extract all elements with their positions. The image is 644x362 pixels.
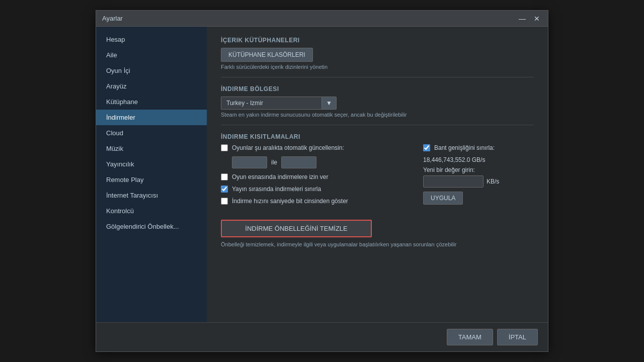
cb-auto-update[interactable] <box>221 144 228 151</box>
time-from-input[interactable] <box>232 156 267 168</box>
dialog-title: Ayarlar <box>102 15 123 22</box>
sidebar-item-cloud[interactable]: Cloud <box>96 125 207 141</box>
footer: TAMAM İPTAL <box>96 322 548 351</box>
cb-show-speed-bits-label: İndirme hızını saniyede bit cinsinden gö… <box>232 198 348 205</box>
cb-allow-during-game-label: Oyun esnasında indirmelere izin ver <box>232 173 328 180</box>
cb-row-limit-broadcast: Yayın sırasında indirmeleri sınırla <box>221 186 403 193</box>
region-select[interactable]: Turkey - Izmir <box>221 97 321 110</box>
cb-limit-broadcast[interactable] <box>221 186 228 193</box>
desc-clear-cache: Önbelleği temizlemek, indirmeyle ilgili … <box>221 241 523 247</box>
new-value-label: Yeni bir değer girin: <box>423 166 534 173</box>
kbs-label: KB/s <box>487 178 499 185</box>
time-to-input[interactable] <box>281 156 316 168</box>
cb-bandwidth-label: Bant genişliğini sınırla: <box>434 144 495 151</box>
desc-kutuphane: Farklı sürücülerdeki içerik dizinlerini … <box>221 64 534 70</box>
sidebar-item-arayuz[interactable]: Arayüz <box>96 78 207 94</box>
time-between-label: ile <box>271 159 277 166</box>
cb-row-bandwidth: Bant genişliğini sınırla: <box>423 144 534 151</box>
window-controls: — ✕ <box>517 15 542 22</box>
bandwidth-value: 18,446,743,552.0 GB/s <box>423 156 534 163</box>
clear-cache-button[interactable]: İNDİRME ÖNBELLEĞİNİ TEMİZLE <box>221 220 372 237</box>
new-value-input[interactable] <box>423 175 484 188</box>
restrictions-left: Oyunlar şu aralıkta otomatik güncellensi… <box>221 144 403 210</box>
divider-2 <box>221 125 534 125</box>
sidebar-item-hesap[interactable]: Hesap <box>96 32 207 47</box>
section-title-region: İndirme bölgesi <box>221 85 534 93</box>
cb-bandwidth[interactable] <box>423 144 430 151</box>
cb-row-show-speed-bits: İndirme hızını saniyede bit cinsinden gö… <box>221 198 403 205</box>
sidebar-item-indirmeler[interactable]: İndirmeler <box>96 110 207 125</box>
sidebar-item-kutuphane[interactable]: Kütüphane <box>96 94 207 110</box>
sidebar: Hesap Aile Oyun İçi Arayüz Kütüphane İnd… <box>96 27 207 322</box>
cb-limit-broadcast-label: Yayın sırasında indirmeleri sınırla <box>232 186 321 193</box>
sidebar-item-muzik[interactable]: Müzik <box>96 141 207 156</box>
cb-row-auto-update: Oyunlar şu aralıkta otomatik güncellensi… <box>221 144 403 151</box>
library-folders-button[interactable]: KÜTÜPHANE KLASÖRLERI <box>221 48 313 62</box>
sidebar-item-remote-play[interactable]: Remote Play <box>96 172 207 188</box>
title-bar: Ayarlar — ✕ <box>96 11 548 27</box>
cb-row-allow-game: Oyun esnasında indirmelere izin ver <box>221 173 403 180</box>
divider-1 <box>221 77 534 77</box>
desc-region: Steam en yakın indirme sunucusunu otomat… <box>221 112 534 118</box>
region-dropdown-row: Turkey - Izmir ▼ <box>221 97 534 110</box>
ok-button[interactable]: TAMAM <box>447 329 493 345</box>
section-title-kisitlamalar: İndirme Kısıtlamaları <box>221 133 534 140</box>
sidebar-item-yayincilik[interactable]: Yayıncılık <box>96 156 207 172</box>
apply-button[interactable]: UYGULA <box>423 192 463 205</box>
time-range-row: ile <box>232 156 403 168</box>
sidebar-item-golgelendirici-onbellek[interactable]: Gölgelendirici Önbellek... <box>96 219 207 234</box>
restrictions-right: Bant genişliğini sınırla: 18,446,743,552… <box>423 144 534 210</box>
cancel-button[interactable]: İPTAL <box>497 329 538 345</box>
new-value-row: KB/s <box>423 175 534 188</box>
sidebar-item-aile[interactable]: Aile <box>96 47 207 63</box>
cb-auto-update-label: Oyunlar şu aralıkta otomatik güncellensi… <box>232 144 344 151</box>
sidebar-item-internet-tarayicisi[interactable]: İnternet Tarayıcısı <box>96 188 207 203</box>
dialog-body: Hesap Aile Oyun İçi Arayüz Kütüphane İnd… <box>96 27 548 322</box>
section-title-icerik: İçerik Kütüphaneleri <box>221 37 534 44</box>
sidebar-item-kontrolcu[interactable]: Kontrolcü <box>96 203 207 219</box>
minimize-button[interactable]: — <box>517 15 528 22</box>
settings-dialog: Ayarlar — ✕ Hesap Aile Oyun İçi Arayüz K… <box>96 10 548 352</box>
sidebar-item-oyun-ici[interactable]: Oyun İçi <box>96 63 207 78</box>
cb-allow-during-game[interactable] <box>221 173 228 180</box>
region-dropdown-arrow[interactable]: ▼ <box>321 97 337 110</box>
restrictions-grid: Oyunlar şu aralıkta otomatik güncellensi… <box>221 144 534 210</box>
main-content: İçerik Kütüphaneleri KÜTÜPHANE KLASÖRLER… <box>207 27 548 322</box>
close-button[interactable]: ✕ <box>532 15 542 22</box>
cb-show-speed-bits[interactable] <box>221 198 228 205</box>
